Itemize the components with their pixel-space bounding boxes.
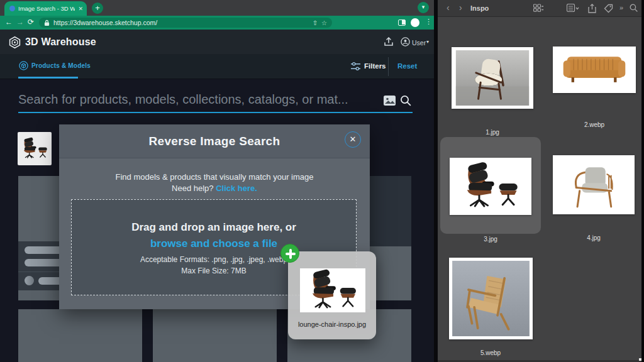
share-page-icon[interactable]: ⇧ xyxy=(313,19,318,26)
image-search-icon[interactable] xyxy=(383,95,396,106)
gray-armchair-photo xyxy=(556,158,631,211)
filters-icon[interactable] xyxy=(350,62,361,71)
skeleton-card xyxy=(18,309,142,362)
modal-close-button[interactable]: ✕ xyxy=(345,131,361,148)
group-by-icon[interactable] xyxy=(567,4,579,13)
tab-title: Image Search - 3D Warehouse xyxy=(18,5,75,12)
drag-ghost-filename: lounge-chair-inspo.jpg xyxy=(288,321,376,328)
reset-button[interactable]: Reset xyxy=(397,62,417,70)
share-icon[interactable] xyxy=(588,4,596,13)
lounge-chair-photo xyxy=(300,268,365,312)
file-thumbnail-3[interactable] xyxy=(450,158,531,215)
finder-toolbar: ‹ › Inspo » xyxy=(438,0,641,17)
finder-forward-button[interactable]: › xyxy=(459,3,462,13)
file-thumbnail-4[interactable] xyxy=(553,155,635,214)
warehouse-brand[interactable]: 3D Warehouse xyxy=(25,36,96,48)
modal-subtitle: Find models & products that visually mat… xyxy=(59,172,370,182)
query-image-chip xyxy=(18,132,52,165)
filters-button[interactable]: Filters xyxy=(364,62,386,70)
warehouse-header: 3D Warehouse User ▾ xyxy=(0,30,434,54)
file-label: 4.jpg xyxy=(587,234,601,241)
drag-ghost[interactable]: lounge-chair-inspo.jpg xyxy=(288,251,376,339)
tag-icon[interactable] xyxy=(604,4,613,13)
url-bar[interactable]: https://3dwarehouse.sketchup.com/ ⇧ ☆ xyxy=(39,18,332,28)
profile-avatar[interactable] xyxy=(411,18,419,27)
help-link[interactable]: Click here. xyxy=(216,184,257,193)
subheader-divider xyxy=(388,57,389,76)
tab-close-icon[interactable]: ✕ xyxy=(78,6,83,12)
tab-search-button[interactable]: ▾ xyxy=(418,2,429,13)
query-image-thumbnail xyxy=(18,132,52,165)
tab-products-models[interactable]: Products & Models xyxy=(31,62,91,69)
screenshot-root: Image Search - 3D Warehouse ✕ + ▾ ← → ⟳ … xyxy=(0,0,644,362)
lounge-chair-photo xyxy=(453,161,528,212)
modal-help-line: Need help? Click here. xyxy=(59,184,370,193)
modal-title: Reverse Image Search xyxy=(59,134,370,148)
forward-button[interactable]: → xyxy=(16,18,24,26)
upload-icon[interactable] xyxy=(384,37,394,47)
products-models-icon xyxy=(19,61,28,70)
user-menu-label[interactable]: User xyxy=(412,39,426,47)
browser-tab-strip: Image Search - 3D Warehouse ✕ + ▾ xyxy=(0,0,434,16)
tab-favicon-icon xyxy=(9,6,15,11)
file-thumbnail-2[interactable] xyxy=(553,47,636,93)
lock-icon xyxy=(44,19,50,26)
file-thumbnail-1[interactable] xyxy=(452,47,533,109)
file-thumbnail-5[interactable] xyxy=(449,258,533,339)
warehouse-subheader: Products & Models Filters Reset xyxy=(0,54,434,79)
sidebar-toggle-icon[interactable] xyxy=(398,19,406,26)
browse-file-link[interactable]: browse and choose a file xyxy=(72,238,356,250)
search-underline xyxy=(18,112,413,113)
skeleton-card xyxy=(153,309,277,362)
screen-right-edge xyxy=(641,0,644,362)
file-label: 5.webp xyxy=(480,349,501,356)
copy-plus-badge-icon xyxy=(280,244,299,263)
search-icon[interactable] xyxy=(400,95,411,106)
active-tab-underline xyxy=(18,77,78,79)
armchair-photo xyxy=(455,50,530,106)
search-input[interactable] xyxy=(18,88,377,111)
help-prefix: Need help? xyxy=(172,184,216,193)
file-label: 3.jpg xyxy=(484,236,497,243)
file-label: 2.webp xyxy=(584,121,604,128)
finder-window: ‹ › Inspo » xyxy=(438,0,641,362)
view-switcher-icon[interactable] xyxy=(533,4,543,13)
modal-header: Reverse Image Search ✕ xyxy=(59,124,370,158)
file-label: 1.jpg xyxy=(486,129,499,136)
user-icon[interactable] xyxy=(401,37,410,47)
browser-menu-icon[interactable]: ⋮ xyxy=(425,18,432,26)
sofa-photo xyxy=(556,50,633,90)
new-tab-button[interactable]: + xyxy=(92,3,103,14)
back-button[interactable]: ← xyxy=(5,18,13,26)
reload-button[interactable]: ⟳ xyxy=(28,18,34,26)
finder-back-button[interactable]: ‹ xyxy=(447,3,450,13)
woven-chair-photo xyxy=(452,261,530,336)
finder-title: Inspo xyxy=(470,4,489,12)
drag-ghost-thumbnail xyxy=(300,268,365,312)
more-toolbar-icon[interactable]: » xyxy=(619,4,623,11)
warehouse-logo-icon[interactable] xyxy=(8,36,21,49)
url-text: https://3dwarehouse.sketchup.com/ xyxy=(53,19,309,26)
browser-tab-active[interactable]: Image Search - 3D Warehouse ✕ xyxy=(4,1,87,16)
user-menu-chevron-icon[interactable]: ▾ xyxy=(426,39,429,45)
dropzone-primary-text: Drag and drop an image here, or xyxy=(72,221,356,234)
finder-search-icon[interactable] xyxy=(630,4,638,12)
browser-toolbar: ← → ⟳ https://3dwarehouse.sketchup.com/ … xyxy=(0,16,434,30)
bookmark-star-icon[interactable]: ☆ xyxy=(321,19,327,26)
